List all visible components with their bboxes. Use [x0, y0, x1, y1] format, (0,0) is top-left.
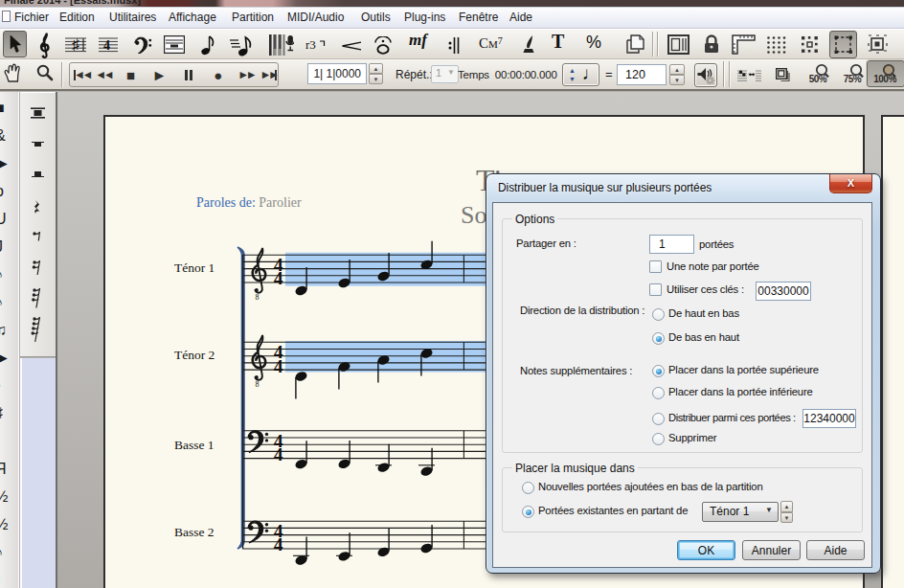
svg-text:4: 4	[274, 444, 283, 464]
svg-text:Basse 2: Basse 2	[174, 525, 215, 539]
svg-text:4: 4	[274, 268, 283, 288]
svg-text:8: 8	[256, 293, 260, 302]
svg-text:Ténor 2: Ténor 2	[174, 348, 215, 362]
svg-text:4: 4	[103, 38, 110, 53]
svg-text:4: 4	[274, 356, 283, 376]
svg-text:♯: ♯	[72, 36, 79, 53]
svg-text:Basse 1: Basse 1	[174, 438, 215, 452]
svg-text:8: 8	[256, 380, 260, 389]
svg-text:Paroles de: Parolier: Paroles de: Parolier	[196, 195, 302, 210]
svg-text:Ténor 1: Ténor 1	[174, 260, 215, 275]
svg-text:4: 4	[274, 534, 283, 554]
